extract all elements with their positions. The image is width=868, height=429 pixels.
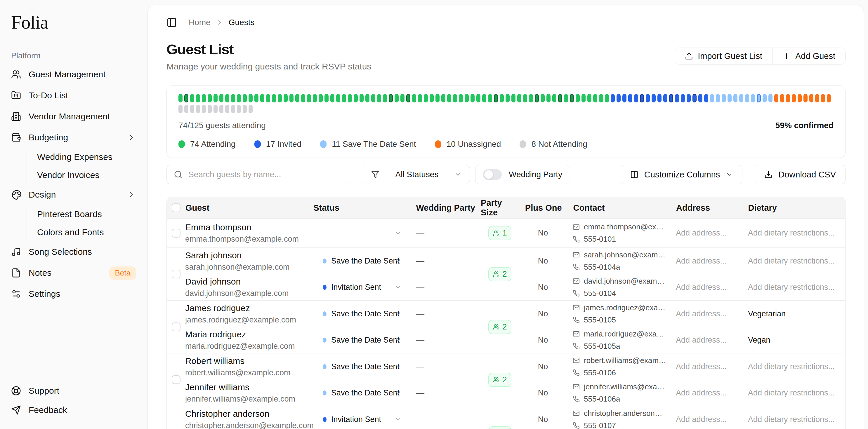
plus-one-cell[interactable]: No <box>519 229 567 237</box>
status-cell[interactable]: Save the Date Sent <box>313 362 416 371</box>
guest-cell[interactable]: David johnsondavid.johnson@example.com <box>185 277 313 298</box>
wedding-party-cell[interactable]: — <box>416 335 481 345</box>
status-cell[interactable]: Save the Date Sent <box>313 336 416 345</box>
address-cell[interactable]: Add address... <box>664 283 739 292</box>
wedding-party-cell[interactable]: — <box>416 256 481 266</box>
guest-cell[interactable]: James rodriguezjames.rodriguez@example.c… <box>185 303 313 325</box>
chevron-down-icon[interactable] <box>395 389 402 396</box>
download-csv-button[interactable]: Download CSV <box>755 165 845 184</box>
contact-cell[interactable]: james.rodriguez@exa…555-0105 <box>567 303 664 325</box>
chevron-down-icon[interactable] <box>395 257 402 264</box>
plus-one-cell[interactable]: No <box>519 283 567 292</box>
plus-one-cell[interactable]: No <box>519 309 567 319</box>
contact-cell[interactable]: emma.thompson@ex…555-0101 <box>567 222 664 244</box>
wedding-party-cell[interactable]: — <box>416 388 481 397</box>
address-cell[interactable]: Add address... <box>664 229 739 237</box>
column-header-wedding-party[interactable]: Wedding Party <box>416 203 481 213</box>
status-cell[interactable]: Save the Date Sent <box>313 389 416 397</box>
status-cell[interactable]: Invitation Sent <box>313 283 416 292</box>
contact-cell[interactable]: david.johnson@exam…555-0104 <box>567 277 664 298</box>
guest-cell[interactable]: Sarah johnsonsarah.johnson@example.com <box>185 251 313 272</box>
wedding-party-cell[interactable]: — <box>416 415 481 424</box>
breadcrumb-home[interactable]: Home <box>189 18 211 27</box>
dietary-cell[interactable]: Add dietary restrictions... <box>739 229 845 237</box>
chevron-down-icon[interactable] <box>395 416 402 423</box>
dietary-cell[interactable]: Add dietary restrictions... <box>739 362 845 371</box>
chevron-down-icon[interactable] <box>395 230 402 237</box>
chevron-down-icon[interactable] <box>395 363 402 370</box>
plus-one-cell[interactable]: No <box>519 415 567 424</box>
row-checkbox[interactable] <box>172 229 181 237</box>
status-cell[interactable]: Save the Date Sent <box>313 309 416 319</box>
guest-cell[interactable]: Emma thompsonemma.thompson@example.com <box>185 222 313 244</box>
wedding-party-cell[interactable]: — <box>416 362 481 371</box>
sidebar-item-song-selections[interactable]: Song Selections <box>11 241 136 262</box>
wedding-party-toggle[interactable] <box>483 169 502 180</box>
address-cell[interactable]: Add address... <box>664 257 739 266</box>
address-cell[interactable]: Add address... <box>664 362 739 371</box>
rsvp-dot <box>447 94 451 102</box>
sidebar-item-support[interactable]: Support <box>11 381 136 400</box>
contact-cell[interactable]: christopher.anderson…555-0107 <box>567 409 664 429</box>
chevron-down-icon[interactable] <box>395 284 402 291</box>
row-checkbox[interactable] <box>172 323 181 331</box>
contact-cell[interactable]: robert.williams@exam…555-0106 <box>567 356 664 377</box>
search-input[interactable] <box>188 170 345 179</box>
guest-cell[interactable]: Robert williamsrobert.williams@example.c… <box>185 356 313 377</box>
sidebar-item-settings[interactable]: Settings <box>11 284 136 304</box>
plus-one-cell[interactable]: No <box>519 362 567 371</box>
dietary-cell[interactable]: Add dietary restrictions... <box>739 389 845 397</box>
guest-cell[interactable]: Maria rodriguezmaria.rodriguez@example.c… <box>185 329 313 351</box>
sidebar-item-guest-management[interactable]: Guest Management <box>11 64 136 85</box>
sidebar-item-vendor-invoices[interactable]: Vendor Invoices <box>37 166 136 184</box>
column-header-dietary[interactable]: Dietary <box>739 203 845 213</box>
contact-cell[interactable]: sarah.johnson@exam…555-0104a <box>567 251 664 272</box>
wedding-party-cell[interactable]: — <box>416 283 481 292</box>
column-header-contact[interactable]: Contact <box>567 203 664 213</box>
dietary-cell[interactable]: Vegan <box>739 336 845 345</box>
customize-columns-button[interactable]: Customize Columns <box>621 165 742 184</box>
sidebar-item-vendor-management[interactable]: Vendor Management <box>11 106 136 127</box>
status-cell[interactable]: Invitation Sent <box>313 415 416 424</box>
address-cell[interactable]: Add address... <box>664 415 739 424</box>
sidebar-item-wedding-expenses[interactable]: Wedding Expenses <box>37 148 136 166</box>
sidebar-toggle-icon[interactable] <box>166 17 177 28</box>
sidebar-item-pinterest-boards[interactable]: Pinterest Boards <box>37 205 136 223</box>
chevron-down-icon[interactable] <box>395 336 402 343</box>
sidebar-item-notes[interactable]: Notes Beta <box>11 262 136 284</box>
column-header-guest[interactable]: Guest <box>185 203 313 213</box>
plus-one-cell[interactable]: No <box>519 336 567 345</box>
contact-cell[interactable]: jennifer.williams@exa…555-0106a <box>567 382 664 404</box>
guest-cell[interactable]: Christopher andersonchristopher.anderson… <box>185 409 313 429</box>
sidebar-item-budgeting[interactable]: Budgeting <box>11 127 136 148</box>
row-checkbox[interactable] <box>172 375 181 384</box>
add-guest-button[interactable]: Add Guest <box>772 48 845 64</box>
dietary-cell[interactable]: Add dietary restrictions... <box>739 283 845 292</box>
status-cell[interactable]: Save the Date Sent <box>313 257 416 266</box>
wedding-party-cell[interactable]: — <box>416 229 481 238</box>
address-cell[interactable]: Add address... <box>664 389 739 397</box>
column-header-address[interactable]: Address <box>664 203 739 213</box>
sidebar-item-colors-and-fonts[interactable]: Colors and Fonts <box>37 223 136 241</box>
status-filter-select[interactable]: All Statuses <box>363 165 470 184</box>
dietary-cell[interactable]: Add dietary restrictions... <box>739 415 845 424</box>
column-header-status[interactable]: Status <box>313 203 416 213</box>
guest-cell[interactable]: Jennifer williamsjennifer.williams@examp… <box>185 382 313 404</box>
plus-one-cell[interactable]: No <box>519 389 567 397</box>
plus-one-cell[interactable]: No <box>519 257 567 266</box>
dietary-cell[interactable]: Vegetarian <box>739 309 845 319</box>
sidebar-item-todo-list[interactable]: To-Do List <box>11 85 136 106</box>
address-cell[interactable]: Add address... <box>664 336 739 345</box>
contact-cell[interactable]: maria.rodriguez@exa…555-0105a <box>567 329 664 351</box>
chevron-down-icon[interactable] <box>395 310 402 317</box>
dietary-cell[interactable]: Add dietary restrictions... <box>739 257 845 266</box>
address-cell[interactable]: Add address... <box>664 309 739 319</box>
sidebar-item-feedback[interactable]: Feedback <box>11 400 136 420</box>
select-all-checkbox[interactable] <box>172 203 181 212</box>
column-header-plus-one[interactable]: Plus One <box>520 203 567 213</box>
import-guest-list-button[interactable]: Import Guest List <box>675 48 772 64</box>
column-header-party-size[interactable]: Party Size <box>481 198 520 218</box>
row-checkbox[interactable] <box>172 270 181 278</box>
sidebar-item-design[interactable]: Design <box>11 184 136 205</box>
wedding-party-cell[interactable]: — <box>416 309 481 319</box>
